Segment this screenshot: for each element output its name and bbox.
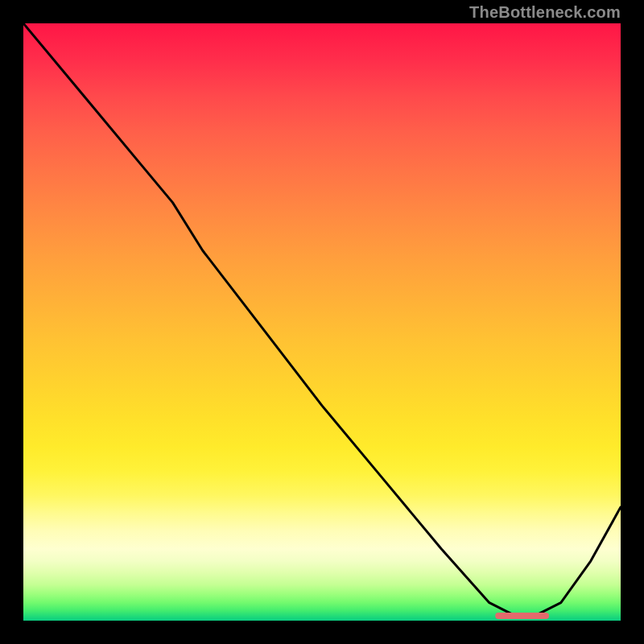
highlight-marker [495, 613, 549, 619]
chart-frame: TheBottleneck.com [0, 0, 644, 644]
data-curve [23, 23, 621, 615]
chart-svg [23, 23, 621, 621]
attribution-text: TheBottleneck.com [469, 3, 621, 22]
